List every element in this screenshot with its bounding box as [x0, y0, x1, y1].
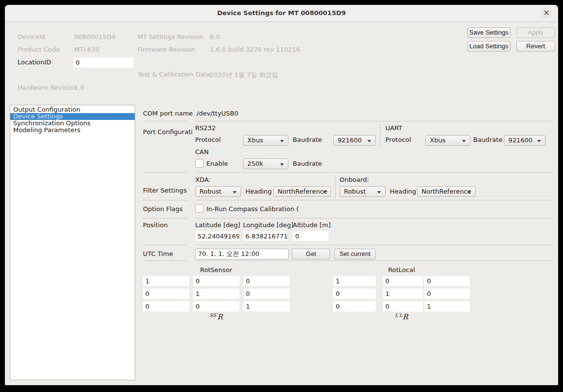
- rotlocal-cell-0-2[interactable]: [424, 276, 470, 286]
- xda-heading-label: Heading: [245, 188, 272, 195]
- rs232-protocol-select[interactable]: Xbus: [243, 135, 288, 146]
- load-settings-button[interactable]: Load Settings: [467, 41, 510, 52]
- altitude-input[interactable]: [293, 231, 328, 241]
- rotlocal-cell-1-1[interactable]: [383, 289, 423, 299]
- com-port-value: /dev/ttyUSB0: [197, 110, 239, 117]
- chevron-down-icon: [462, 140, 466, 142]
- utc-set-current-button[interactable]: Set current: [334, 249, 376, 259]
- icc-checkbox[interactable]: [195, 204, 203, 213]
- onboard-profile-select[interactable]: Robust: [340, 186, 385, 197]
- onboard-heading-value: NorthReference: [422, 188, 471, 195]
- port-configuration-label: Port Configurati: [143, 128, 193, 136]
- rs232-baudrate-label: Baudrate: [293, 136, 322, 143]
- xda-title: XDA:: [195, 176, 211, 183]
- rs232-protocol-label: Protocol: [195, 136, 221, 143]
- rotsensor-cell-1-2[interactable]: [243, 289, 290, 299]
- chevron-down-icon: [280, 140, 284, 142]
- rs232-protocol-value: Xbus: [247, 137, 263, 144]
- uart-baudrate-label: Baudrate: [473, 136, 503, 143]
- uart-protocol-label: Protocol: [385, 136, 411, 143]
- separator: [335, 176, 336, 198]
- close-icon[interactable]: ×: [541, 7, 552, 19]
- separator: [195, 260, 553, 261]
- sidebar-item-modeling-parameters[interactable]: Modeling Parameters: [10, 127, 135, 134]
- icc-label: In-Run Compass Calibration (: [206, 205, 299, 213]
- locationid-label: LocationID: [18, 59, 51, 66]
- uart-baudrate-select[interactable]: 921600: [504, 135, 545, 146]
- altitude-label: Altitude [m]: [293, 221, 331, 229]
- rotlocal-cell-0-0[interactable]: [333, 276, 376, 286]
- device-settings-dialog: Device Settings for MT 00800015D9 × Devi…: [5, 5, 558, 385]
- rotsensor-cell-1-1[interactable]: [193, 289, 240, 299]
- longitude-input[interactable]: [243, 231, 287, 241]
- dialog-title: Device Settings for MT 00800015D9: [5, 5, 558, 21]
- deviceid-label: DeviceId: [18, 33, 45, 40]
- rotlocal-cell-2-1[interactable]: [383, 301, 423, 312]
- onboard-title: Onboard:: [340, 176, 369, 183]
- separator: [143, 218, 187, 218]
- product-code-value: MTi-630: [74, 46, 100, 53]
- test-calibration-value: 2020년 1월 7일 화요일: [210, 71, 278, 79]
- mt-settings-revision-label: MT Settings Revision: [138, 33, 203, 40]
- save-settings-button[interactable]: Save Settings: [467, 27, 510, 38]
- utc-time-input[interactable]: [195, 249, 289, 259]
- chevron-down-icon: [280, 163, 284, 166]
- filter-settings-label: Filter Settings: [143, 187, 187, 194]
- rotsensor-cell-0-0[interactable]: [143, 276, 189, 286]
- xda-heading-value: NorthReference: [278, 188, 327, 195]
- utc-get-button[interactable]: Get: [292, 249, 330, 259]
- hardware-revision-label: Hardware Revision: [18, 84, 77, 91]
- rotlocal-cell-1-0[interactable]: [333, 289, 376, 299]
- rotsensor-cell-2-2[interactable]: [243, 301, 290, 312]
- xda-heading-select[interactable]: NorthReference: [273, 186, 331, 197]
- separator: [195, 218, 553, 218]
- onboard-heading-select[interactable]: NorthReference: [417, 186, 476, 197]
- longitude-label: Longitude [deg]: [243, 221, 293, 229]
- sidebar-item-output-configuration[interactable]: Output Configuration: [10, 106, 135, 113]
- rotlocal-cell-0-1[interactable]: [383, 276, 423, 286]
- separator: [143, 172, 187, 173]
- rotlocal-cell-2-0[interactable]: [333, 301, 376, 312]
- uart-protocol-select[interactable]: Xbus: [425, 135, 470, 146]
- rotlocal-cell-1-2[interactable]: [424, 289, 470, 299]
- apply-button[interactable]: Apply: [516, 27, 555, 38]
- product-code-label: Product Code: [18, 46, 60, 53]
- rotsensor-cell-1-0[interactable]: [143, 289, 189, 299]
- sidebar-item-synchronization-options[interactable]: Synchronization Options: [10, 120, 135, 127]
- rs232-baudrate-select[interactable]: 921600: [333, 135, 376, 146]
- option-flags-label: Option Flags: [143, 205, 183, 213]
- rotsensor-cell-0-2[interactable]: [243, 276, 290, 286]
- sidebar-item-device-settings[interactable]: Device Settings: [10, 113, 135, 120]
- rotlocal-cell-2-2[interactable]: [424, 301, 470, 312]
- onboard-heading-label: Heading: [390, 188, 416, 195]
- can-baudrate-label: Baudrate: [293, 160, 322, 167]
- mt-settings-revision-value: 6.0: [210, 33, 220, 40]
- separator: [195, 245, 553, 245]
- separator: [143, 260, 187, 261]
- rotsensor-notation: SS′R: [143, 313, 289, 321]
- rotsensor-cell-2-0[interactable]: [143, 301, 189, 312]
- chevron-down-icon: [322, 191, 326, 194]
- can-enable-checkbox[interactable]: [195, 159, 203, 168]
- rotlocal-title: RotLocal: [328, 266, 475, 274]
- xda-profile-value: Robust: [200, 188, 221, 195]
- firmware-revision-value: 1.6.0 build 3276 rev 110216: [210, 46, 300, 53]
- revert-button[interactable]: Revert: [516, 41, 555, 52]
- chevron-down-icon: [377, 191, 381, 194]
- hardware-revision-value: 1.0: [74, 84, 84, 91]
- position-label: Position: [143, 221, 168, 229]
- latitude-label: Latitude [deg]: [195, 221, 240, 229]
- rotsensor-cell-0-1[interactable]: [193, 276, 240, 286]
- separator: [143, 245, 187, 245]
- separator: [195, 172, 553, 173]
- rotlocal-notation: L′LR: [328, 313, 475, 321]
- xda-profile-select[interactable]: Robust: [195, 186, 241, 197]
- rotsensor-cell-2-1[interactable]: [193, 301, 240, 312]
- can-baudrate-select[interactable]: 250k: [243, 158, 288, 169]
- uart-protocol-value: Xbus: [430, 137, 445, 144]
- locationid-input[interactable]: [73, 58, 134, 68]
- can-title: CAN: [195, 148, 209, 156]
- title-bar: Device Settings for MT 00800015D9 ×: [5, 5, 558, 22]
- rotsensor-notation-base: R: [217, 313, 222, 321]
- latitude-input[interactable]: [195, 231, 239, 241]
